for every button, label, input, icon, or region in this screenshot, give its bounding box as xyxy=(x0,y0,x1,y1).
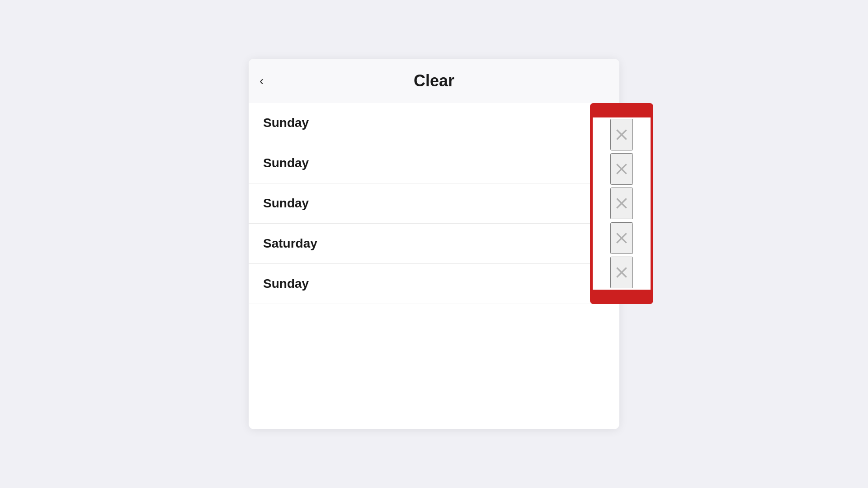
list-item: Sunday xyxy=(249,264,619,304)
close-icon xyxy=(614,127,629,142)
day-label: Sunday xyxy=(263,196,309,211)
sidebar-top-bar xyxy=(590,103,653,117)
app-container: ‹ Clear Sunday Sunday Sunday Saturday Su… xyxy=(249,59,619,429)
sidebar-middle xyxy=(590,117,653,290)
delete-button-1[interactable] xyxy=(610,119,633,150)
list-container: Sunday Sunday Sunday Saturday Sunday xyxy=(249,103,619,304)
back-button[interactable]: ‹ xyxy=(259,75,264,87)
close-icon xyxy=(614,265,629,280)
close-icon xyxy=(614,231,629,245)
day-label: Saturday xyxy=(263,236,317,251)
sidebar-bottom-bar xyxy=(590,290,653,304)
close-icon xyxy=(614,196,629,211)
delete-button-5[interactable] xyxy=(610,257,633,288)
day-label: Sunday xyxy=(263,156,309,170)
delete-button-3[interactable] xyxy=(610,188,633,219)
close-icon xyxy=(614,162,629,176)
list-item: Sunday xyxy=(249,143,619,183)
page-title: Clear xyxy=(414,71,454,90)
delete-button-4[interactable] xyxy=(610,222,633,254)
header: ‹ Clear xyxy=(249,59,619,103)
day-label: Sunday xyxy=(263,277,309,291)
list-item: Saturday xyxy=(249,224,619,264)
day-label: Sunday xyxy=(263,116,309,130)
delete-button-2[interactable] xyxy=(610,153,633,185)
list-item: Sunday xyxy=(249,103,619,143)
delete-sidebar xyxy=(590,103,653,304)
list-item: Sunday xyxy=(249,183,619,224)
